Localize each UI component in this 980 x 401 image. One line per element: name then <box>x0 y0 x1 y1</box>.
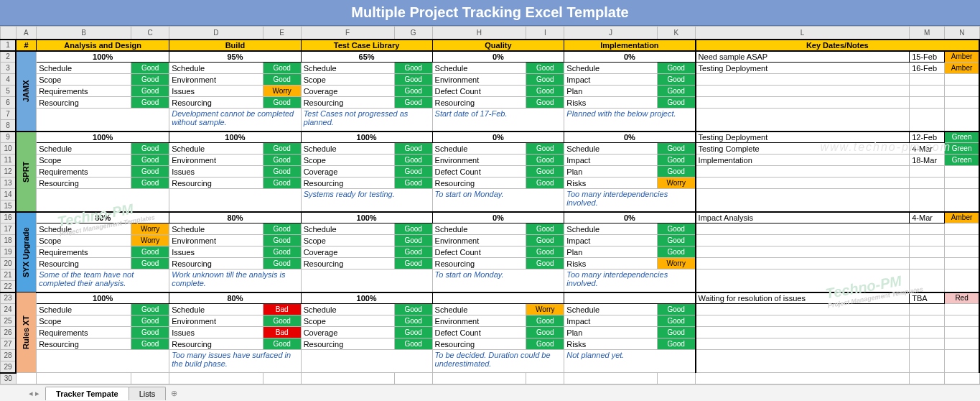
cell[interactable] <box>945 304 979 315</box>
cell[interactable]: 0% <box>564 51 696 63</box>
row-number[interactable]: 4 <box>1 74 17 86</box>
row-number[interactable]: 7 <box>1 109 17 120</box>
row-number[interactable]: 8 <box>1 120 17 132</box>
cell[interactable]: Schedule <box>301 63 394 74</box>
column-header[interactable]: G <box>394 27 432 40</box>
cell[interactable]: To be decided. Duration could be underes… <box>432 350 564 373</box>
cell[interactable]: Schedule <box>564 223 657 235</box>
cell[interactable]: Good <box>526 63 564 74</box>
project-name[interactable]: SYX Upgrade <box>16 212 37 292</box>
cell[interactable]: Environment <box>169 235 263 246</box>
cell[interactable]: Defect Count <box>432 327 526 338</box>
cell[interactable]: Requirements <box>37 166 131 178</box>
column-header[interactable]: C <box>131 27 169 40</box>
cell[interactable]: Good <box>394 223 432 235</box>
cell[interactable]: 15-Feb <box>910 51 945 63</box>
cell[interactable]: Good <box>526 178 564 189</box>
cell[interactable]: Risks <box>564 97 657 109</box>
cell[interactable]: Good <box>526 155 564 166</box>
cell[interactable]: Development cannot be completed without … <box>169 109 301 132</box>
cell[interactable]: Impact <box>564 74 657 86</box>
cell[interactable] <box>910 304 945 315</box>
cell[interactable]: Schedule <box>432 143 526 155</box>
cell[interactable]: Worry <box>263 86 301 97</box>
cell[interactable]: Good <box>263 315 301 327</box>
cell[interactable]: Coverage <box>301 86 394 97</box>
cell[interactable] <box>945 373 979 384</box>
column-header[interactable]: B <box>37 27 131 40</box>
cell[interactable]: Issues <box>169 166 263 178</box>
cell[interactable]: Systems ready for testing. <box>301 189 432 212</box>
cell[interactable]: Good <box>657 155 695 166</box>
column-header[interactable]: N <box>945 27 979 40</box>
cell[interactable]: Good <box>394 246 432 258</box>
cell[interactable]: Plan <box>564 327 657 338</box>
cell[interactable]: Schedule <box>432 223 526 235</box>
cell[interactable]: Good <box>263 143 301 155</box>
cell[interactable]: Good <box>657 338 695 350</box>
cell[interactable]: 0% <box>564 132 696 143</box>
cell[interactable]: Good <box>657 223 695 235</box>
cell[interactable]: Schedule <box>564 63 657 74</box>
cell[interactable]: Resourcing <box>169 258 263 269</box>
cell[interactable]: Resourcing <box>432 258 526 269</box>
cell[interactable]: 4-Mar <box>910 212 945 223</box>
cell[interactable] <box>263 373 301 384</box>
cell[interactable]: Schedule <box>301 304 394 315</box>
row-number[interactable]: 18 <box>1 235 17 246</box>
tab-lists[interactable]: Lists <box>129 387 167 400</box>
column-header[interactable]: D <box>169 27 263 40</box>
cell[interactable]: TBA <box>910 292 945 304</box>
cell[interactable]: Good <box>263 258 301 269</box>
cell[interactable] <box>696 350 910 373</box>
cell[interactable]: Issues <box>169 327 263 338</box>
cell[interactable]: Good <box>131 258 169 269</box>
cell[interactable] <box>945 269 979 292</box>
cell[interactable] <box>696 327 910 338</box>
cell[interactable] <box>696 109 910 132</box>
cell[interactable]: Good <box>394 315 432 327</box>
cell[interactable] <box>696 166 910 178</box>
cell[interactable]: Plan <box>564 86 657 97</box>
cell[interactable] <box>432 373 526 384</box>
cell[interactable]: Environment <box>169 315 263 327</box>
cell[interactable] <box>696 74 910 86</box>
cell[interactable]: Good <box>526 258 564 269</box>
cell[interactable]: Good <box>394 86 432 97</box>
cell[interactable] <box>657 373 695 384</box>
cell[interactable]: Good <box>526 315 564 327</box>
row-number[interactable]: 3 <box>1 63 17 74</box>
cell[interactable]: Green <box>945 132 979 143</box>
cell[interactable]: Coverage <box>301 246 394 258</box>
cell[interactable] <box>37 189 169 212</box>
cell[interactable] <box>696 223 910 235</box>
cell[interactable]: Schedule <box>301 223 394 235</box>
cell[interactable]: Good <box>657 143 695 155</box>
cell[interactable] <box>910 223 945 235</box>
cell[interactable]: Work unknown till the analysis is comple… <box>169 269 301 292</box>
cell[interactable]: 80% <box>169 292 301 304</box>
cell[interactable]: Scope <box>37 315 131 327</box>
cell[interactable]: Good <box>394 235 432 246</box>
cell[interactable]: Schedule <box>37 223 131 235</box>
cell[interactable]: Good <box>263 223 301 235</box>
cell[interactable]: Good <box>394 338 432 350</box>
cell[interactable]: Schedule <box>301 143 394 155</box>
cell[interactable]: Resourcing <box>37 97 131 109</box>
cell[interactable]: 100% <box>301 292 432 304</box>
cell[interactable]: 80% <box>37 212 169 223</box>
tab-nav-arrows[interactable]: ◂ ▸ <box>29 389 39 398</box>
cell[interactable]: Defect Count <box>432 246 526 258</box>
cell[interactable]: Environment <box>432 74 526 86</box>
cell[interactable] <box>301 373 394 384</box>
cell[interactable]: Not planned yet. <box>564 350 696 373</box>
cell[interactable]: Good <box>657 166 695 178</box>
column-header[interactable]: I <box>526 27 564 40</box>
cell[interactable] <box>945 97 979 109</box>
cell[interactable] <box>945 74 979 86</box>
cell[interactable] <box>910 269 945 292</box>
cell[interactable]: Good <box>526 246 564 258</box>
cell[interactable]: Good <box>526 166 564 178</box>
column-header[interactable]: J <box>564 27 657 40</box>
cell[interactable]: Resourcing <box>432 338 526 350</box>
